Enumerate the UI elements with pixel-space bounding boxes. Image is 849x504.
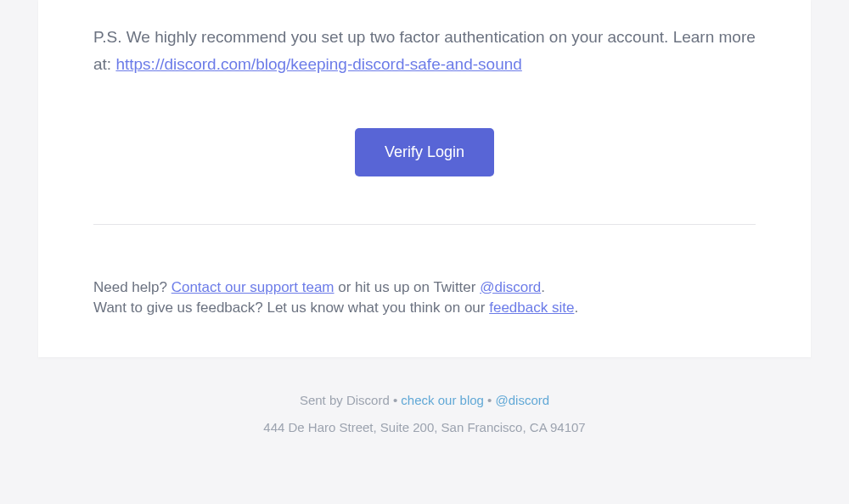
footer-twitter-link[interactable]: @discord xyxy=(496,393,550,407)
feedback-suffix: . xyxy=(574,300,578,316)
divider xyxy=(93,224,756,225)
footer-address: 444 De Haro Street, Suite 200, San Franc… xyxy=(0,420,849,434)
help-mid: or hit us up on Twitter xyxy=(335,279,481,295)
help-suffix1: . xyxy=(541,279,545,295)
verify-login-button[interactable]: Verify Login xyxy=(355,128,494,176)
email-card: P.S. We highly recommend you set up two … xyxy=(38,0,811,357)
sent-by-text: Sent by Discord xyxy=(300,393,390,407)
footer-separator-2: • xyxy=(484,393,496,407)
blog-link[interactable]: check our blog xyxy=(401,393,484,407)
feedback-site-link[interactable]: feedback site xyxy=(489,300,574,316)
help-section: Need help? Contact our support team or h… xyxy=(93,277,756,319)
help-line-1: Need help? Contact our support team or h… xyxy=(93,277,756,299)
footer-separator-1: • xyxy=(390,393,402,407)
help-line-2: Want to give us feedback? Let us know wh… xyxy=(93,298,756,319)
ps-paragraph: P.S. We highly recommend you set up two … xyxy=(93,0,756,79)
twitter-discord-link[interactable]: @discord xyxy=(480,279,541,295)
feedback-prefix: Want to give us feedback? Let us know wh… xyxy=(93,300,489,316)
two-factor-blog-link[interactable]: https://discord.com/blog/keeping-discord… xyxy=(115,55,521,73)
email-footer: Sent by Discord • check our blog • @disc… xyxy=(0,393,849,434)
help-prefix: Need help? xyxy=(93,279,171,295)
support-team-link[interactable]: Contact our support team xyxy=(171,279,335,295)
button-container: Verify Login xyxy=(93,128,756,176)
footer-links-line: Sent by Discord • check our blog • @disc… xyxy=(0,393,849,407)
